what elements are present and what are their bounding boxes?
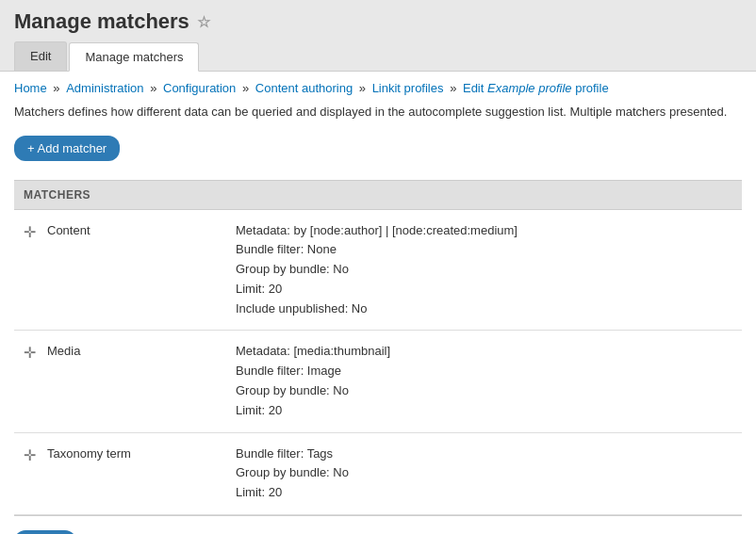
- breadcrumb-profile-name: Example profile: [487, 81, 572, 95]
- page-header: Manage matchers ☆ Edit Manage matchers: [0, 0, 756, 72]
- detail-line: Limit: 20: [236, 401, 732, 421]
- table-row: ✛ Media Metadata: [media:thumbnail] Bund…: [14, 331, 742, 432]
- breadcrumb-configuration[interactable]: Configuration: [163, 81, 236, 95]
- breadcrumb-sep-3: »: [242, 81, 253, 95]
- favorite-star-icon[interactable]: ☆: [197, 13, 210, 31]
- matcher-details-taxonomy: Bundle filter: Tags Group by bundle: No …: [236, 445, 732, 503]
- matcher-details-media: Metadata: [media:thumbnail] Bundle filte…: [236, 342, 732, 420]
- drag-handle-icon[interactable]: ✛: [24, 342, 36, 362]
- matcher-name-media: Media: [47, 342, 236, 358]
- page-content: Home » Administration » Configuration » …: [0, 72, 756, 534]
- detail-line: Limit: 20: [236, 280, 732, 299]
- save-button[interactable]: Save: [14, 530, 76, 534]
- detail-line: Group by bundle: No: [236, 260, 732, 280]
- page-title: Manage matchers ☆: [14, 9, 742, 34]
- breadcrumb-linkit-profiles[interactable]: Linkit profiles: [372, 81, 444, 95]
- breadcrumb-administration[interactable]: Administration: [66, 81, 143, 95]
- detail-line: Bundle filter: None: [236, 240, 732, 260]
- detail-line: Limit: 20: [236, 483, 732, 503]
- table-row: ✛ Taxonomy term Bundle filter: Tags Grou…: [14, 433, 742, 515]
- detail-line: Include unpublished: No: [236, 299, 732, 319]
- breadcrumb-sep-4: »: [359, 81, 370, 95]
- matcher-details-content: Metadata: by [node:author] | [node:creat…: [236, 221, 732, 319]
- detail-line: Bundle filter: Image: [236, 362, 732, 381]
- detail-line: Bundle filter: Tags: [236, 445, 732, 464]
- detail-line: Metadata: by [node:author] | [node:creat…: [236, 221, 732, 241]
- matcher-name-taxonomy: Taxonomy term: [47, 445, 236, 461]
- table-header: MATCHERS: [14, 181, 742, 210]
- drag-handle-icon[interactable]: ✛: [24, 221, 36, 241]
- breadcrumb-home[interactable]: Home: [14, 81, 47, 95]
- matcher-name-content: Content: [47, 221, 236, 237]
- detail-line: Group by bundle: No: [236, 463, 732, 483]
- tab-edit[interactable]: Edit: [14, 41, 67, 71]
- breadcrumb-sep-1: »: [53, 81, 63, 95]
- description-text: Matchers defines how different data can …: [14, 103, 742, 121]
- detail-line: Group by bundle: No: [236, 381, 732, 401]
- add-matcher-button[interactable]: + Add matcher: [14, 136, 120, 161]
- tab-manage-matchers[interactable]: Manage matchers: [69, 42, 199, 72]
- matchers-table: MATCHERS ✛ Content Metadata: by [node:au…: [14, 180, 742, 517]
- drag-handle-icon[interactable]: ✛: [24, 445, 36, 464]
- title-text: Manage matchers: [14, 9, 189, 34]
- breadcrumb-sep-5: »: [450, 81, 460, 95]
- breadcrumb-sep-2: »: [150, 81, 160, 95]
- breadcrumb: Home » Administration » Configuration » …: [14, 81, 742, 95]
- table-row: ✛ Content Metadata: by [node:author] | […: [14, 210, 742, 332]
- breadcrumb-content-authoring[interactable]: Content authoring: [255, 81, 353, 95]
- tab-bar: Edit Manage matchers: [14, 41, 742, 71]
- detail-line: Metadata: [media:thumbnail]: [236, 342, 732, 362]
- breadcrumb-edit[interactable]: Edit Example profile profile: [463, 81, 609, 95]
- table-bottom-divider: [14, 515, 742, 516]
